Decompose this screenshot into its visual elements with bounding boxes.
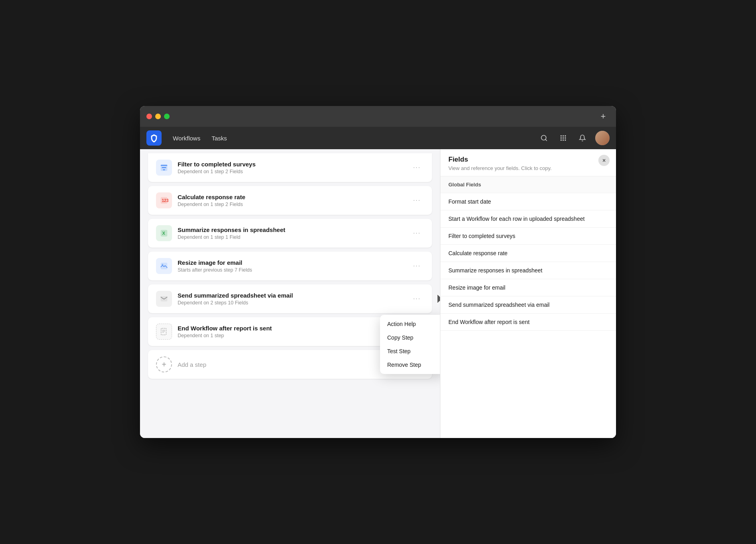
context-action-help[interactable]: Action Help <box>380 317 440 331</box>
step-card-email: Send summarized spreadsheet via email De… <box>148 284 432 313</box>
nav-links: Workflows Tasks <box>168 132 538 144</box>
minimize-button[interactable] <box>155 114 161 119</box>
email-step-title: Send summarized spreadsheet via email <box>178 292 404 299</box>
nav-workflows[interactable]: Workflows <box>168 132 205 144</box>
calc-step-title: Calculate response rate <box>178 194 404 200</box>
svg-rect-10 <box>565 140 566 141</box>
nav-bar: Workflows Tasks <box>140 127 616 149</box>
fields-title: Fields <box>448 156 608 164</box>
fields-subtitle: View and reference your fields. Click to… <box>448 165 608 171</box>
field-item-send-email[interactable]: Send summarized spreadsheet via email <box>440 296 616 314</box>
fields-close-button[interactable]: × <box>598 155 610 166</box>
calc-step-info: Calculate response rate Dependent on 1 s… <box>178 194 404 207</box>
avatar-image <box>595 131 610 145</box>
workflow-panel: Filter to completed surveys Dependent on… <box>140 149 440 438</box>
step-card-calc: 123 Calculate response rate Dependent on… <box>148 186 432 215</box>
svg-rect-6 <box>563 138 564 139</box>
spreadsheet-step-icon: X <box>156 225 172 241</box>
step-card-image: Resize image for email Starts after prev… <box>148 252 432 280</box>
nav-actions <box>538 131 610 145</box>
end-step-title: End Workflow after report is sent <box>178 325 404 332</box>
close-button[interactable] <box>146 114 152 119</box>
traffic-lights <box>146 114 170 119</box>
image-step-icon <box>156 258 172 274</box>
nav-tasks[interactable]: Tasks <box>207 132 232 144</box>
svg-text:X: X <box>162 231 165 236</box>
step-card-filter: Filter to completed surveys Dependent on… <box>148 153 432 182</box>
svg-line-1 <box>545 139 546 140</box>
email-step-menu[interactable]: ··· <box>410 294 424 304</box>
field-item-start-workflow[interactable]: Start a Workflow for each row in uploade… <box>440 210 616 228</box>
svg-rect-5 <box>560 138 562 139</box>
field-item-resize-image[interactable]: Resize image for email <box>440 279 616 296</box>
end-step-info: End Workflow after report is sent Depend… <box>178 325 404 338</box>
svg-rect-8 <box>560 140 562 141</box>
spreadsheet-step-menu[interactable]: ··· <box>410 228 424 238</box>
add-step-label: Add a step <box>178 361 206 368</box>
filter-step-meta: Dependent on 1 step 2 Fields <box>178 169 404 174</box>
image-step-meta: Starts after previous step 7 Fields <box>178 267 404 273</box>
filter-step-title: Filter to completed surveys <box>178 161 404 168</box>
maximize-button[interactable] <box>164 114 170 119</box>
calc-step-icon: 123 <box>156 192 172 208</box>
cursor-overlay <box>434 292 440 310</box>
field-item-end-workflow[interactable]: End Workflow after report is sent <box>440 314 616 331</box>
add-button[interactable]: + <box>597 110 610 123</box>
filter-step-icon <box>156 160 172 176</box>
calc-step-meta: Dependent on 1 step 2 Fields <box>178 202 404 207</box>
context-test-step[interactable]: Test Step <box>380 344 440 358</box>
image-step-info: Resize image for email Starts after prev… <box>178 259 404 273</box>
filter-step-info: Filter to completed surveys Dependent on… <box>178 161 404 174</box>
app-logo[interactable] <box>146 130 162 146</box>
main-content: Filter to completed surveys Dependent on… <box>140 149 616 438</box>
field-item-summarize[interactable]: Summarize responses in spreadsheet <box>440 262 616 279</box>
logo-icon <box>150 134 158 142</box>
bell-icon[interactable] <box>576 132 589 144</box>
spreadsheet-step-title: Summarize responses in spreadsheet <box>178 226 404 233</box>
fields-list: Global Fields Format start date Start a … <box>440 176 616 438</box>
email-step-info: Send summarized spreadsheet via email De… <box>178 292 404 306</box>
svg-rect-9 <box>563 140 564 141</box>
field-item-calc-rate[interactable]: Calculate response rate <box>440 245 616 262</box>
spreadsheet-step-info: Summarize responses in spreadsheet Depen… <box>178 226 404 240</box>
context-menu: Action Help Copy Step Test Step Remove S… <box>380 315 440 374</box>
field-item-format-date[interactable]: Format start date <box>440 193 616 210</box>
svg-point-17 <box>162 264 164 266</box>
grid-icon[interactable] <box>557 132 570 144</box>
avatar[interactable] <box>595 131 610 145</box>
step-card-spreadsheet: X Summarize responses in spreadsheet Dep… <box>148 219 432 248</box>
fields-section-global: Global Fields <box>440 176 616 193</box>
svg-rect-7 <box>565 138 566 139</box>
title-bar: + <box>140 106 616 127</box>
search-icon[interactable] <box>538 132 550 144</box>
end-step-meta: Dependent on 1 step <box>178 333 404 338</box>
spreadsheet-step-meta: Dependent on 1 step 1 Field <box>178 234 404 240</box>
context-remove-step[interactable]: Remove Step <box>380 358 440 372</box>
svg-rect-19 <box>161 328 166 335</box>
context-copy-step[interactable]: Copy Step <box>380 331 440 344</box>
svg-rect-2 <box>560 135 562 136</box>
svg-text:123: 123 <box>162 198 169 203</box>
email-step-meta: Dependent on 2 steps 10 Fields <box>178 300 404 306</box>
image-step-title: Resize image for email <box>178 259 404 266</box>
svg-rect-4 <box>565 135 566 136</box>
main-window: + Workflows Tasks <box>140 106 616 438</box>
fields-panel: Fields View and reference your fields. C… <box>440 149 616 438</box>
field-item-filter-surveys[interactable]: Filter to completed surveys <box>440 228 616 245</box>
image-step-menu[interactable]: ··· <box>410 261 424 271</box>
add-step-icon: + <box>156 356 172 372</box>
end-step-icon <box>156 324 172 340</box>
svg-rect-3 <box>563 135 564 136</box>
fields-header: Fields View and reference your fields. C… <box>440 149 616 176</box>
svg-rect-18 <box>161 296 168 302</box>
calc-step-menu[interactable]: ··· <box>410 195 424 206</box>
email-step-icon <box>156 291 172 307</box>
filter-step-menu[interactable]: ··· <box>410 162 424 173</box>
